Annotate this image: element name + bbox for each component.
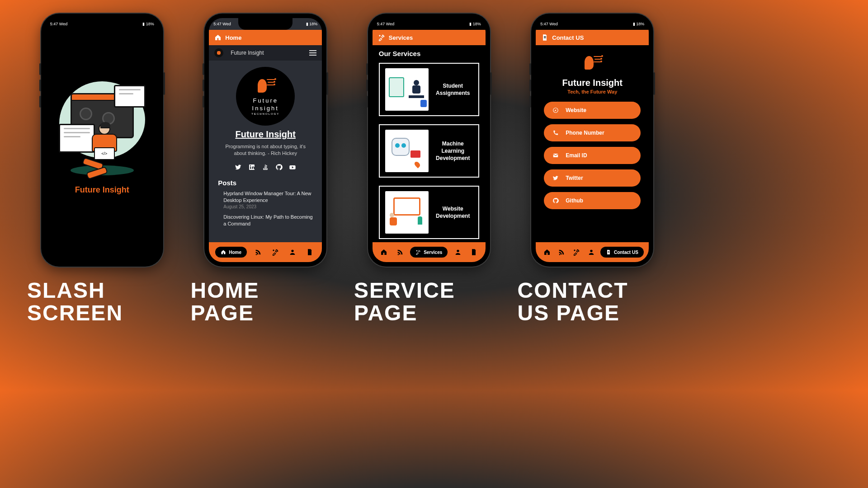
caption-splash: SLASHSCREEN [27,279,177,325]
nav-home-icon[interactable] [541,249,553,256]
app-bar-home: Home [209,30,322,45]
phone-splash: 5:47 Wed ▮ 18% </> [41,14,163,267]
post-item[interactable]: Discovering Linux: My Path to Becoming a… [209,214,322,232]
quote-text: Programming is not about typing, it's ab… [209,140,322,161]
nav-home-icon[interactable] [378,249,390,256]
nav-feed-icon[interactable] [556,249,567,256]
home-title: Future Insight [209,129,322,140]
splash-screen: </> Future Insight [46,18,159,262]
nav-home[interactable]: Home [215,247,247,258]
contact-website-button[interactable]: Website [544,102,641,119]
compass-icon [552,107,559,113]
nav-feed-icon[interactable] [394,249,406,256]
home-icon [214,34,222,41]
robot-illustration-icon [385,130,429,172]
nav-services-icon[interactable] [269,249,281,256]
phone-home: 5:47 Wed ▮ 18% Home Future Insight [204,14,326,267]
notch [402,18,456,30]
hamburger-icon[interactable] [309,50,316,56]
tools-icon [378,34,385,41]
phone-icon [552,130,559,136]
nav-feed-icon[interactable] [252,249,264,256]
caption-home: HOMEPAGE [191,279,341,325]
nav-contact-icon[interactable] [304,249,316,256]
nav-profile-icon[interactable] [452,249,464,256]
contact-email-button[interactable]: Email ID [544,147,641,164]
appbar-title: Home [225,34,241,41]
doc-icon [541,34,548,41]
nav-services[interactable]: Services [410,247,448,258]
web-illustration-icon [385,191,429,234]
phone-contact: 5:47 Wed ▮ 18% Contact US Future Insight [531,14,653,267]
sub-header: Future Insight [209,45,322,61]
splash-illustration: </> [57,77,147,172]
head-circuit-icon [585,53,600,72]
brand-logo: Future Insight TECHNOLOGY [236,67,295,126]
caption-services: SERVICEPAGE [354,279,504,325]
avatar-icon [214,48,223,57]
appbar-title: Contact US [552,34,584,41]
appbar-title: Services [389,34,413,41]
caption-contact: CONTACTUS PAGE [518,279,668,325]
notch [238,18,292,30]
services-heading: Our Services [379,50,486,57]
github-icon [552,197,559,204]
nav-contact[interactable]: Contact US [600,247,644,258]
phone-services: 5:47 Wed ▮ 18% Services Our Services Stu… [368,14,490,267]
social-row [209,164,322,171]
posts-heading: Posts [218,179,322,187]
youtube-icon[interactable] [289,164,296,171]
contact-brand: Future Insight [536,78,649,88]
nav-profile-icon[interactable] [287,249,298,256]
contact-logo [536,53,649,74]
notch [565,18,619,30]
twitter-icon[interactable] [235,164,242,171]
head-circuit-icon [258,76,273,95]
splash-title: Future Insight [75,185,129,195]
linkedin-icon[interactable] [248,164,255,171]
service-card[interactable]: Website Development [379,186,479,239]
app-bar-services: Services [373,30,486,45]
twitter-icon [552,175,559,181]
notch [75,18,129,30]
bottom-nav: Contact US [536,242,649,262]
contact-github-button[interactable]: Github [544,192,641,209]
subheader-title: Future Insight [231,50,264,56]
student-illustration-icon [385,68,429,111]
mail-icon [552,152,559,159]
nav-profile-icon[interactable] [585,249,597,256]
service-card[interactable]: Machine Learning Development [379,124,479,178]
stackoverflow-icon[interactable] [262,164,269,171]
contact-twitter-button[interactable]: Twitter [544,169,641,187]
contact-phone-button[interactable]: Phone Number [544,124,641,141]
app-bar-contact: Contact US [536,30,649,45]
github-icon[interactable] [275,164,283,171]
post-item[interactable]: Hyprland Window Manager Tour: A New Desk… [209,190,322,214]
bottom-nav: Services [373,242,486,262]
nav-services-icon[interactable] [571,249,582,256]
nav-contact-icon[interactable] [468,249,480,256]
contact-tagline: Tech, the Future Way [536,89,649,94]
bottom-nav: Home [209,242,322,262]
service-card[interactable]: Student Assignments [379,63,479,116]
